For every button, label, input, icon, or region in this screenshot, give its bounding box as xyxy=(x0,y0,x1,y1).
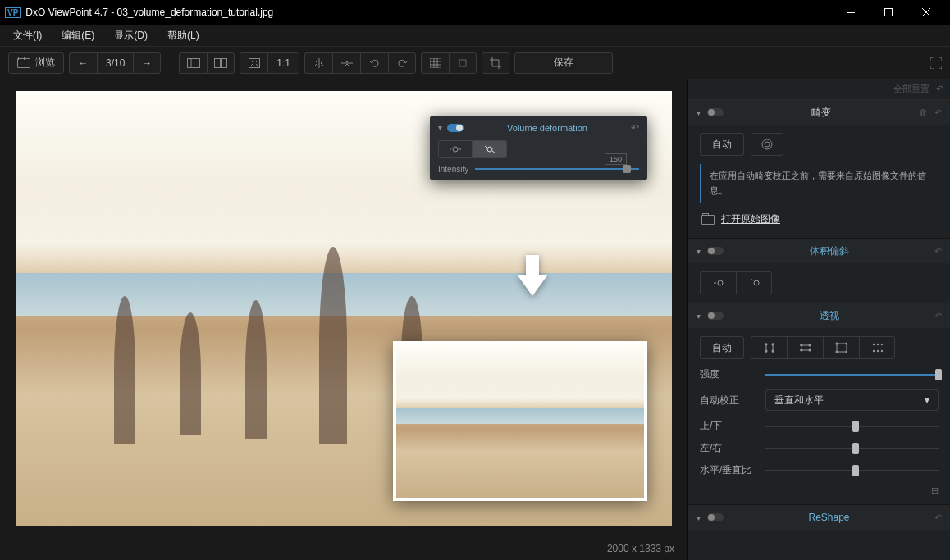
svg-point-29 xyxy=(873,350,875,352)
panel-toggle[interactable] xyxy=(447,124,464,132)
distortion-auto-button[interactable]: 自动 xyxy=(700,133,744,156)
browse-button[interactable]: 浏览 xyxy=(8,52,64,74)
flip-h-icon[interactable] xyxy=(304,52,332,74)
intensity-slider[interactable] xyxy=(765,374,939,376)
intensity-value: 150 xyxy=(605,153,627,165)
chevron-down-icon: ▾ xyxy=(697,247,701,256)
prev-button[interactable]: ← xyxy=(69,52,97,74)
reset-icon[interactable]: ↶ xyxy=(934,246,942,257)
nav-group: ← 3/10 → xyxy=(69,52,161,74)
svg-rect-4 xyxy=(222,58,227,67)
svg-point-30 xyxy=(877,350,879,352)
svg-point-16 xyxy=(772,350,774,353)
hvratio-label: 水平/垂直比 xyxy=(700,463,757,477)
canvas[interactable]: ▾ Volume deformation ↶ Intensity 150 xyxy=(0,79,687,537)
svg-point-28 xyxy=(881,344,883,345)
compare-single-icon[interactable] xyxy=(179,52,207,74)
rotate-ccw-icon[interactable] xyxy=(360,52,388,74)
auto-correct-label: 自动校正 xyxy=(700,394,757,407)
reset-icon[interactable]: ↶ xyxy=(934,311,942,321)
grid-icon[interactable] xyxy=(421,52,449,74)
section-header-perspective[interactable]: ▾ 透视 ↶ xyxy=(688,303,950,328)
reshape-toggle[interactable] xyxy=(707,513,724,521)
reset-icon[interactable]: ↶ xyxy=(936,84,943,94)
reset-icon[interactable]: ↶ xyxy=(934,512,942,523)
svg-rect-5 xyxy=(249,58,259,67)
viewport: ▾ Volume deformation ↶ Intensity 150 xyxy=(0,79,687,560)
section-title: 透视 xyxy=(730,309,928,323)
menu-view[interactable]: 显示(D) xyxy=(109,25,153,46)
close-button[interactable] xyxy=(907,0,945,25)
menu-file[interactable]: 文件(I) xyxy=(8,25,47,46)
section-perspective: ▾ 透视 ↶ 自动 强度 xyxy=(688,303,950,505)
delete-icon[interactable]: 🗑 xyxy=(919,107,928,118)
svg-rect-6 xyxy=(459,60,466,66)
section-header-reshape[interactable]: ▾ ReShape ↶ xyxy=(688,505,950,530)
svg-point-17 xyxy=(801,344,803,347)
volume-deformation-panel: ▾ Volume deformation ↶ Intensity 150 xyxy=(430,116,647,180)
section-header-volume[interactable]: ▾ 体积偏斜 ↶ xyxy=(688,239,950,263)
volume-mode-d-button[interactable] xyxy=(736,271,772,294)
minimize-button[interactable] xyxy=(832,0,870,25)
svg-rect-0 xyxy=(847,12,855,13)
updown-slider[interactable] xyxy=(765,426,939,427)
perspective-auto-button[interactable]: 自动 xyxy=(700,336,744,359)
menu-edit[interactable]: 编辑(E) xyxy=(57,25,99,46)
vertical-lines-icon[interactable] xyxy=(751,336,787,359)
reset-icon[interactable]: ↶ xyxy=(934,107,942,118)
distortion-info: 在应用自动畸变校正之前，需要来自原始图像文件的信息。 xyxy=(700,164,939,203)
distortion-manual-button[interactable] xyxy=(751,133,783,156)
crop-icon[interactable] xyxy=(482,52,509,74)
svg-point-18 xyxy=(809,344,811,347)
fullscreen-icon[interactable] xyxy=(930,57,942,69)
next-button[interactable]: → xyxy=(133,52,161,74)
window-title: DxO ViewPoint 4.7 - 03_volume_deformatio… xyxy=(25,7,832,18)
open-original-link[interactable]: 打开原始图像 xyxy=(700,209,939,230)
chevron-down-icon: ▾ xyxy=(697,312,701,321)
auto-correct-select[interactable]: 垂直和水平 ▾ xyxy=(765,389,939,411)
svg-rect-3 xyxy=(215,58,221,67)
titlebar: VP DxO ViewPoint 4.7 - 03_volume_deforma… xyxy=(0,0,950,25)
guides-icon[interactable] xyxy=(449,52,477,74)
reset-icon[interactable]: ↶ xyxy=(631,122,639,134)
mode-diagonal-button[interactable] xyxy=(473,140,507,158)
more-icon[interactable]: ⊟ xyxy=(700,485,939,496)
rectangle-tool-icon[interactable] xyxy=(823,336,859,359)
sidebar-header: 全部重置 ↶ xyxy=(688,79,950,100)
compare-split-icon[interactable] xyxy=(207,52,235,74)
svg-point-12 xyxy=(754,280,759,285)
maximize-button[interactable] xyxy=(870,0,907,25)
compare-group xyxy=(179,52,235,74)
menu-help[interactable]: 帮助(L) xyxy=(162,25,204,46)
sidebar: 全部重置 ↶ ▾ 畸变 🗑 ↶ 自动 在应用自动畸变校正之前，需要来自原始图像文… xyxy=(687,79,950,560)
section-title: 畸变 xyxy=(730,106,912,120)
flip-v-icon[interactable] xyxy=(332,52,360,74)
rotate-cw-icon[interactable] xyxy=(388,52,416,74)
intensity-slider[interactable]: 150 xyxy=(475,168,639,170)
chevron-down-icon[interactable]: ▾ xyxy=(438,123,442,132)
fit-icon[interactable] xyxy=(240,52,267,74)
folder-icon xyxy=(701,215,715,225)
perspective-toggle[interactable] xyxy=(707,312,724,320)
svg-point-23 xyxy=(846,343,848,345)
section-header-distortion[interactable]: ▾ 畸变 🗑 ↶ xyxy=(688,100,950,125)
distortion-toggle[interactable] xyxy=(707,108,724,116)
section-title: 体积偏斜 xyxy=(730,244,928,258)
svg-point-31 xyxy=(881,350,883,352)
zoom-1-1-button[interactable]: 1:1 xyxy=(267,52,299,74)
eight-point-icon[interactable] xyxy=(859,336,895,359)
svg-point-19 xyxy=(801,349,803,352)
reset-all-button[interactable]: 全部重置 xyxy=(893,83,929,95)
volume-mode-h-button[interactable] xyxy=(700,271,736,294)
mode-horizontal-button[interactable] xyxy=(438,140,473,158)
hvratio-slider[interactable] xyxy=(765,470,939,471)
svg-point-8 xyxy=(487,147,492,152)
menubar: 文件(I) 编辑(E) 显示(D) 帮助(L) xyxy=(0,25,950,46)
horizontal-lines-icon[interactable] xyxy=(787,336,823,359)
save-button[interactable]: 保存 xyxy=(514,52,613,74)
leftright-label: 左/右 xyxy=(700,441,757,455)
volume-toggle[interactable] xyxy=(707,247,724,255)
leftright-slider[interactable] xyxy=(765,448,939,449)
svg-point-15 xyxy=(772,344,774,346)
svg-point-20 xyxy=(809,349,811,352)
